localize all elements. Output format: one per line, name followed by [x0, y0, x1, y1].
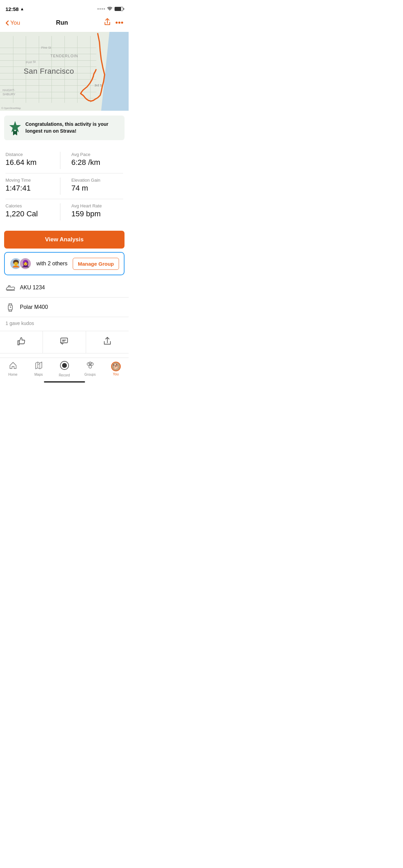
equipment-shoe-name: AKU 1234 — [20, 285, 45, 291]
kudos-text: 1 gave kudos — [5, 321, 34, 326]
avatar: 🧕 — [19, 257, 32, 270]
svg-point-9 — [62, 363, 67, 368]
stats-row: Distance 16.64 km Avg Pace 6:28 /km — [5, 148, 123, 173]
nav-header: You Run — [0, 15, 129, 32]
shoe-icon — [5, 283, 15, 292]
signal-dot — [97, 8, 99, 10]
stat-calories: Calories 1,220 Cal — [5, 203, 57, 218]
thumbs-up-icon — [17, 337, 26, 348]
stat-value: 16.64 km — [5, 158, 37, 167]
svg-point-2 — [118, 22, 120, 24]
achievement-text: Congratulations, this activity is your l… — [25, 121, 120, 134]
tab-you-label: You — [113, 372, 119, 376]
stats-row: Calories 1,220 Cal Avg Heart Rate 159 bp… — [5, 199, 123, 225]
signal-dot — [104, 8, 105, 10]
svg-point-13 — [89, 362, 92, 365]
tab-record[interactable]: Record — [51, 361, 77, 377]
share-icon — [103, 337, 111, 348]
more-button[interactable] — [116, 21, 123, 25]
stat-divider — [60, 152, 60, 169]
home-bar — [44, 381, 85, 383]
route-map[interactable]: Pine St Post St TENDERLOIN San Francisco… — [0, 32, 129, 111]
equipment-watch-name: Polar M400 — [20, 304, 48, 310]
tab-groups-label: Groups — [84, 373, 96, 376]
svg-point-1 — [116, 22, 118, 24]
stat-value: 6:28 /km — [71, 158, 100, 167]
stat-avg-pace: Avg Pace 6:28 /km — [63, 152, 123, 167]
back-label: You — [10, 20, 20, 26]
stats-row: Moving Time 1:47:41 Elevation Gain 74 m — [5, 173, 123, 199]
group-avatars: 🧑‍🦱 🧕 — [10, 257, 32, 270]
svg-marker-7 — [36, 362, 42, 369]
svg-point-0 — [109, 10, 110, 11]
tab-record-label: Record — [59, 373, 70, 377]
share-action-button[interactable] — [86, 331, 129, 353]
stat-elevation: Elevation Gain 74 m — [63, 178, 123, 193]
watch-icon — [5, 302, 15, 312]
tab-home[interactable]: Home — [0, 361, 26, 376]
status-bar: 12:58 ▲ — [0, 0, 129, 15]
group-left: 🧑‍🦱 🧕 with 2 others — [10, 257, 68, 270]
group-activity-section: 🧑‍🦱 🧕 with 2 others Manage Group — [4, 252, 125, 275]
back-button[interactable]: You — [5, 20, 20, 26]
svg-point-10 — [87, 363, 90, 365]
tab-groups[interactable]: Groups — [77, 361, 103, 376]
signal-dot — [102, 8, 103, 10]
tab-bar: Home Maps Record — [0, 358, 129, 378]
stats-grid: Distance 16.64 km Avg Pace 6:28 /km Movi… — [0, 145, 129, 227]
stat-moving-time: Moving Time 1:47:41 — [5, 178, 57, 193]
stat-value: 1:47:41 — [5, 184, 31, 193]
page-title: Run — [56, 19, 68, 26]
activity-content: Congratulations, this activity is your l… — [0, 116, 129, 353]
stat-value: 1,220 Cal — [5, 209, 38, 218]
groups-icon — [85, 361, 95, 372]
achievement-banner: Congratulations, this activity is your l… — [4, 116, 125, 140]
home-indicator — [0, 378, 129, 384]
kudos-section: 1 gave kudos — [0, 317, 129, 328]
status-icons — [97, 6, 123, 12]
record-icon — [60, 361, 69, 372]
battery-icon — [115, 7, 123, 11]
stat-heart-rate: Avg Heart Rate 159 bpm — [63, 203, 123, 218]
home-icon — [9, 361, 17, 372]
wifi-icon — [107, 6, 112, 12]
stat-value: 159 bpm — [71, 209, 101, 218]
maps-icon — [35, 361, 43, 372]
equipment-watch-item: Polar M400 — [0, 298, 129, 317]
status-time: 12:58 ▲ — [5, 6, 24, 12]
manage-group-button[interactable]: Manage Group — [73, 258, 119, 270]
tab-you[interactable]: 🐕 You — [103, 362, 129, 376]
stat-label: Avg Pace — [71, 152, 90, 157]
share-button[interactable] — [104, 18, 111, 28]
view-analysis-button[interactable]: View Analysis — [4, 231, 125, 249]
stat-label: Distance — [5, 152, 23, 157]
svg-point-11 — [91, 363, 93, 365]
time-text: 12:58 — [5, 6, 19, 12]
stat-label: Elevation Gain — [71, 178, 100, 183]
stat-divider — [60, 203, 60, 220]
svg-point-12 — [89, 365, 92, 368]
signal-dots — [97, 8, 105, 10]
run-route — [0, 32, 129, 111]
stat-divider — [60, 178, 60, 195]
svg-point-3 — [121, 22, 123, 24]
user-avatar: 🐕 — [111, 362, 121, 371]
view-analysis-label: View Analysis — [45, 236, 83, 243]
comment-button[interactable] — [43, 331, 86, 353]
comment-icon — [60, 337, 69, 348]
stat-label: Avg Heart Rate — [71, 203, 102, 208]
signal-dot — [99, 8, 101, 10]
location-icon: ▲ — [20, 7, 24, 11]
tab-maps[interactable]: Maps — [26, 361, 51, 376]
svg-rect-6 — [61, 338, 68, 343]
stat-value: 74 m — [71, 184, 88, 193]
tab-home-label: Home — [8, 373, 17, 376]
manage-group-label: Manage Group — [78, 261, 114, 267]
svg-marker-4 — [9, 121, 21, 132]
tab-maps-label: Maps — [34, 373, 43, 376]
battery-fill — [115, 7, 121, 11]
kudos-button[interactable] — [0, 331, 43, 353]
stat-distance: Distance 16.64 km — [5, 152, 57, 167]
action-row — [0, 331, 129, 353]
stat-label: Calories — [5, 203, 22, 208]
